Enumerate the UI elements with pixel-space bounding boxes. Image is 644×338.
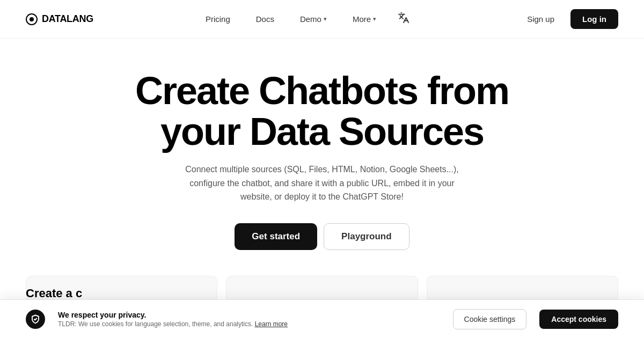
cookie-settings-button[interactable]: Cookie settings xyxy=(453,309,527,329)
nav-link-more[interactable]: More ▾ xyxy=(342,10,387,28)
nav-links: Pricing Docs Demo ▾ More ▾ xyxy=(93,8,517,31)
privacy-shield-icon xyxy=(26,310,45,329)
translate-icon[interactable] xyxy=(391,8,416,31)
playground-button[interactable]: Playground xyxy=(324,223,409,250)
get-started-button[interactable]: Get started xyxy=(235,223,317,250)
hero-section: Create Chatbots from your Data Sources C… xyxy=(0,39,644,271)
login-button[interactable]: Log in xyxy=(570,9,618,29)
cookie-banner: We respect your privacy. TLDR: We use co… xyxy=(0,299,644,338)
hero-title: Create Chatbots from your Data Sources xyxy=(135,71,509,152)
cookie-title: We respect your privacy. xyxy=(58,311,440,319)
chevron-down-icon: ▾ xyxy=(373,16,376,23)
logo-icon xyxy=(26,13,38,25)
hero-subtitle: Connect multiple sources (SQL, Files, HT… xyxy=(182,163,462,204)
nav-link-pricing[interactable]: Pricing xyxy=(195,10,241,28)
accept-cookies-button[interactable]: Accept cookies xyxy=(539,310,618,329)
bottom-partial-text: Create a c xyxy=(26,286,82,300)
cookie-text-block: We respect your privacy. TLDR: We use co… xyxy=(58,311,440,328)
signup-button[interactable]: Sign up xyxy=(517,10,564,28)
nav-link-docs[interactable]: Docs xyxy=(245,10,285,28)
learn-more-link[interactable]: Learn more xyxy=(255,320,288,328)
bottom-section-hint: Create a c xyxy=(0,286,644,300)
chevron-down-icon: ▾ xyxy=(324,16,327,23)
logo-text: DATALANG xyxy=(42,13,93,25)
logo[interactable]: DATALANG xyxy=(26,13,93,25)
hero-buttons: Get started Playground xyxy=(235,223,409,250)
nav-link-demo[interactable]: Demo ▾ xyxy=(289,10,338,28)
cookie-subtitle: TLDR: We use cookies for language select… xyxy=(58,320,440,328)
navbar: DATALANG Pricing Docs Demo ▾ More ▾ Sign… xyxy=(0,0,644,39)
nav-actions: Sign up Log in xyxy=(517,9,618,29)
